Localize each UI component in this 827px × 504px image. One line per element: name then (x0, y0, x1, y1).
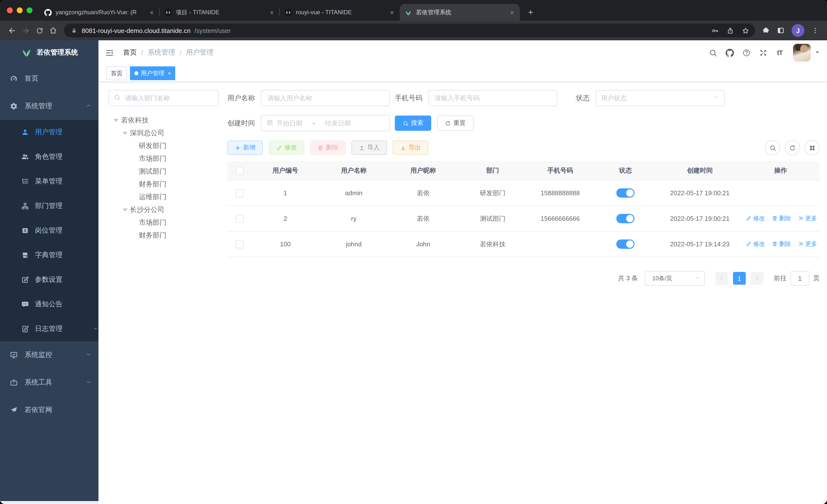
minimize-window-button[interactable] (17, 7, 22, 13)
status-toggle[interactable] (616, 214, 635, 223)
tag-close-icon[interactable]: × (168, 70, 171, 76)
tag-用户管理[interactable]: 用户管理× (130, 66, 176, 80)
row-删除-link[interactable]: 删除 (772, 214, 791, 223)
page-size-select[interactable]: 10条/页 (645, 271, 705, 286)
sidebar-item-系统监控[interactable]: 系统监控 (0, 341, 98, 369)
browser-profile-avatar[interactable]: J (791, 24, 805, 37)
side-panel-button[interactable] (777, 26, 785, 35)
tab-close-icon[interactable]: × (389, 9, 395, 16)
sidebar-item-首页[interactable]: 首页 (0, 65, 98, 93)
prev-page-button[interactable] (715, 272, 728, 285)
导出-button[interactable]: 导出 (393, 141, 428, 155)
sidebar-fold-icon[interactable] (105, 40, 120, 65)
sidebar-item-岗位管理[interactable]: 岗位管理 (0, 218, 98, 243)
search-button[interactable]: 搜索 (395, 116, 431, 131)
dept-search-input[interactable] (108, 90, 218, 106)
select-all-checkbox[interactable] (236, 167, 243, 175)
github-link-button[interactable] (721, 40, 738, 65)
tab-close-icon[interactable]: × (509, 9, 515, 16)
column-settings-button[interactable] (805, 140, 820, 155)
status-toggle[interactable] (616, 239, 635, 249)
star-button[interactable] (742, 27, 749, 34)
tree-node-若依科技[interactable]: 若依科技 (108, 114, 218, 127)
row-checkbox[interactable] (236, 189, 243, 197)
sidebar-item-若依官网[interactable]: 若依官网 (0, 396, 98, 424)
tree-node-研发部门[interactable]: 研发部门 (108, 139, 218, 153)
修改-button[interactable]: 修改 (269, 141, 304, 155)
sidebar-item-系统管理[interactable]: 系统管理 (0, 93, 98, 120)
new-tab-button[interactable] (524, 5, 538, 19)
删除-button[interactable]: 删除 (310, 141, 346, 155)
tree-expand-caret-icon[interactable] (120, 132, 130, 135)
tree-node-财务部门[interactable]: 财务部门 (108, 178, 218, 191)
close-window-button[interactable] (7, 7, 13, 13)
goto-page-input[interactable] (790, 271, 809, 286)
avatar-caret-down-icon[interactable] (815, 49, 820, 56)
tree-node-测试部门[interactable]: 测试部门 (108, 165, 218, 178)
current-page-button[interactable]: 1 (733, 272, 746, 285)
help-button[interactable] (738, 40, 755, 65)
reload-button[interactable] (33, 23, 46, 37)
zoom-window-button[interactable] (27, 7, 33, 13)
reset-button[interactable]: 重置 (437, 116, 474, 131)
browser-tab[interactable]: 项目 - TITANIDE× (159, 4, 280, 21)
refresh-table-button[interactable] (785, 140, 800, 155)
browser-tab[interactable]: rouyi-vue - TITANIDE× (280, 4, 400, 21)
row-修改-link[interactable]: 修改 (746, 214, 765, 223)
username-field[interactable] (266, 94, 384, 102)
row-checkbox[interactable] (236, 215, 243, 223)
tab-close-icon[interactable]: × (269, 9, 275, 16)
username-input[interactable] (261, 90, 390, 106)
dept-search-field[interactable] (124, 94, 213, 102)
sidebar-item-日志管理[interactable]: 日志管理 (0, 317, 98, 341)
tag-首页[interactable]: 首页 (106, 66, 127, 80)
next-page-button[interactable] (751, 272, 764, 285)
tree-node-市场部门[interactable]: 市场部门 (108, 216, 218, 229)
sidebar-item-菜单管理[interactable]: 菜单管理 (0, 169, 98, 194)
fullscreen-button[interactable] (755, 40, 771, 65)
tab-close-icon[interactable]: × (149, 9, 155, 16)
phone-input[interactable] (428, 90, 557, 106)
新增-button[interactable]: 新增 (228, 141, 263, 155)
tree-node-财务部门[interactable]: 财务部门 (108, 229, 218, 242)
tree-expand-caret-icon[interactable] (111, 119, 121, 122)
sidebar-item-角色管理[interactable]: 角色管理 (0, 145, 98, 169)
status-select[interactable]: 用户状态 (596, 90, 725, 106)
row-删除-link[interactable]: 删除 (772, 240, 791, 248)
forward-button[interactable] (19, 23, 33, 37)
browser-tab[interactable]: 若依管理系统× (400, 4, 520, 21)
key-button[interactable] (711, 27, 719, 34)
tree-node-长沙分公司[interactable]: 长沙分公司 (108, 204, 218, 216)
tree-node-运维部门[interactable]: 运维部门 (108, 191, 218, 204)
status-toggle[interactable] (616, 188, 635, 198)
share-button[interactable] (727, 27, 734, 34)
sidebar-item-字典管理[interactable]: 字典管理 (0, 243, 98, 268)
back-button[interactable] (5, 23, 19, 37)
row-checkbox[interactable] (236, 240, 243, 248)
breadcrumb-item[interactable]: 首页 (123, 48, 137, 57)
tree-expand-caret-icon[interactable] (120, 209, 130, 212)
address-bar[interactable]: 8081-rouyi-vue-demo.cloud.titanide.cn/sy… (64, 23, 755, 37)
sidebar-item-系统工具[interactable]: 系统工具 (0, 369, 98, 396)
tree-node-市场部门[interactable]: 市场部门 (108, 153, 218, 165)
row-更多-link[interactable]: 更多 (798, 240, 817, 248)
sidebar-item-部门管理[interactable]: 部门管理 (0, 194, 98, 218)
sidebar-item-通知公告[interactable]: 通知公告 (0, 292, 98, 317)
tree-node-深圳总公司[interactable]: 深圳总公司 (108, 127, 218, 139)
phone-field[interactable] (434, 94, 552, 102)
user-avatar[interactable] (793, 44, 811, 61)
row-更多-link[interactable]: 更多 (798, 214, 817, 223)
home-button[interactable] (46, 23, 60, 37)
header-search-button[interactable] (704, 40, 721, 65)
browser-tab[interactable]: yangzongzhuan/RuoYi-Vue: (R× (39, 4, 159, 21)
row-修改-link[interactable]: 修改 (746, 240, 765, 248)
sidebar-item-参数设置[interactable]: 参数设置 (0, 268, 98, 292)
toggle-search-button[interactable] (765, 140, 780, 155)
text-size-button[interactable]: tT (771, 40, 788, 65)
extensions-button[interactable] (762, 26, 770, 35)
browser-menu-button[interactable] (811, 26, 819, 35)
date-range-input[interactable]: 开始日期 - 结束日期 (261, 115, 390, 131)
导入-button[interactable]: 导入 (351, 141, 387, 155)
app-logo[interactable]: 若依管理系统 (0, 40, 98, 65)
sidebar-item-用户管理[interactable]: 用户管理 (0, 120, 98, 145)
